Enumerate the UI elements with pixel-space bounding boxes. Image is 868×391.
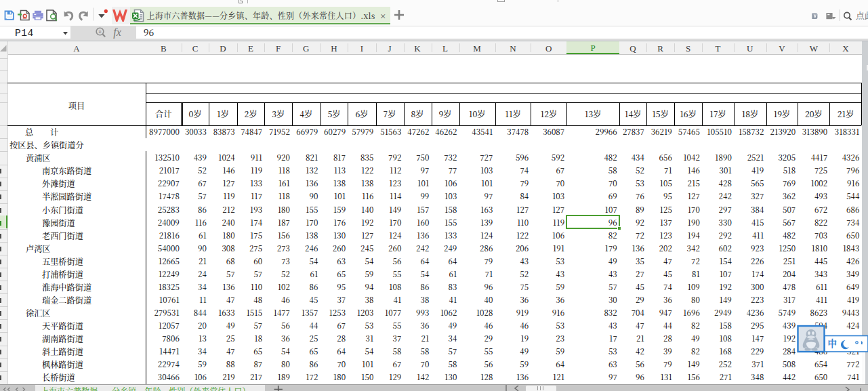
- svg-text:中: 中: [828, 336, 838, 350]
- svg-text:R: R: [98, 29, 102, 35]
